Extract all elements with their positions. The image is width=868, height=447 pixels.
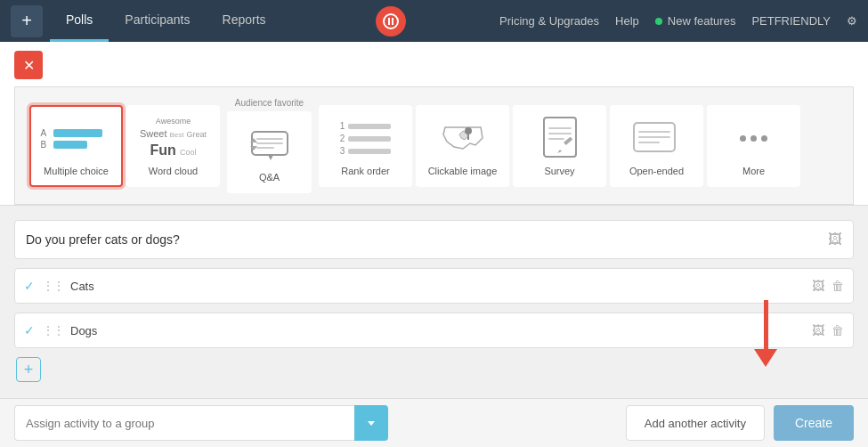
activity-type-rank-order[interactable]: 1 2 3 Rank order xyxy=(319,105,412,187)
rank-order-icon: 1 2 3 xyxy=(328,116,403,162)
question-image-icon[interactable]: 🖼 xyxy=(828,232,842,248)
activity-type-open-ended[interactable]: Open-ended xyxy=(610,105,703,187)
activity-type-clickable-image[interactable]: Clickable image xyxy=(416,105,509,187)
multiple-choice-label: Multiple choice xyxy=(44,166,109,176)
svg-marker-16 xyxy=(557,150,562,153)
add-activity-button[interactable]: Add another activity xyxy=(626,405,765,441)
arrow-indicator xyxy=(754,300,777,367)
add-answer-button[interactable]: + xyxy=(16,357,41,382)
audience-favorite-label: Audience favorite xyxy=(235,98,304,108)
close-button[interactable]: ✕ xyxy=(14,51,43,79)
footer: Add another activity Create xyxy=(0,398,868,447)
svg-point-0 xyxy=(384,14,398,28)
svg-point-10 xyxy=(465,127,472,134)
assign-input[interactable] xyxy=(14,405,354,441)
arrow-shaft xyxy=(764,300,768,349)
activity-type-multiple-choice[interactable]: A B Multiple choice xyxy=(29,105,123,187)
survey-label: Survey xyxy=(544,166,574,176)
nav-tab-participants[interactable]: Participants xyxy=(109,0,206,42)
qa-label: Q&A xyxy=(259,172,280,183)
svg-rect-15 xyxy=(564,136,572,144)
answer-text-1: Cats xyxy=(70,280,805,293)
question-row: 🖼 xyxy=(14,220,854,259)
audience-favorite-group: Audience favorite xyxy=(227,98,312,193)
open-ended-label: Open-ended xyxy=(629,166,684,176)
nav-tab-reports[interactable]: Reports xyxy=(207,0,282,42)
activity-types-row: A B Multiple choice Awesome xyxy=(14,86,854,205)
answer-row-2: ✓ ⋮⋮ Dogs 🖼 🗑 xyxy=(14,313,854,348)
more-label: More xyxy=(742,166,765,176)
rank-order-label: Rank order xyxy=(341,166,389,176)
svg-rect-2 xyxy=(392,18,393,25)
arrow-head xyxy=(754,349,777,367)
svg-rect-1 xyxy=(388,18,390,25)
answer-2-delete-icon[interactable]: 🗑 xyxy=(831,323,844,337)
question-input[interactable] xyxy=(26,232,828,247)
multiple-choice-icon: A B xyxy=(38,116,114,162)
assign-group xyxy=(14,405,388,441)
activity-type-word-cloud[interactable]: Awesome Sweet Best Great Fun Cool Word c… xyxy=(126,105,220,187)
answer-text-2: Dogs xyxy=(70,324,805,337)
word-cloud-icon: Awesome Sweet Best Great Fun Cool xyxy=(135,116,211,162)
answer-row-1: ✓ ⋮⋮ Cats 🖼 🗑 xyxy=(14,268,854,304)
help-link[interactable]: Help xyxy=(615,14,639,28)
clickable-image-label: Clickable image xyxy=(428,166,498,176)
toolbar-area: ✕ A B Multi xyxy=(0,42,868,206)
activity-type-survey[interactable]: Survey xyxy=(513,105,606,187)
answer-check-1: ✓ xyxy=(24,279,35,293)
answer-2-image-icon[interactable]: 🖼 xyxy=(812,323,824,337)
answer-1-delete-icon[interactable]: 🗑 xyxy=(831,279,844,293)
drag-handle-2[interactable]: ⋮⋮ xyxy=(42,323,63,337)
nav-right: Pricing & Upgrades Help New features PET… xyxy=(499,14,857,28)
assign-dropdown-button[interactable] xyxy=(354,405,388,441)
top-navigation: + Polls Participants Reports Pricing & U… xyxy=(0,0,868,42)
new-dot xyxy=(655,18,662,25)
settings-icon[interactable]: ⚙ xyxy=(847,14,857,28)
pricing-link[interactable]: Pricing & Upgrades xyxy=(499,14,599,28)
main-content: 🖼 ✓ ⋮⋮ Cats 🖼 🗑 ✓ ⋮⋮ Dogs 🖼 🗑 + xyxy=(0,206,868,396)
answer-check-2: ✓ xyxy=(24,323,35,337)
more-icon xyxy=(716,116,791,162)
footer-right: Add another activity Create xyxy=(626,405,854,441)
plus-button[interactable]: + xyxy=(11,5,43,37)
survey-icon xyxy=(522,116,597,162)
clickable-image-icon xyxy=(425,116,500,162)
qa-icon xyxy=(236,122,303,168)
new-features-link[interactable]: New features xyxy=(655,14,736,28)
svg-marker-7 xyxy=(268,155,273,160)
svg-marker-21 xyxy=(368,421,375,426)
answer-1-image-icon[interactable]: 🖼 xyxy=(812,279,824,293)
answer-1-actions: 🖼 🗑 xyxy=(812,279,844,293)
activity-type-qa[interactable]: Q&A xyxy=(227,111,312,193)
word-cloud-label: Word cloud xyxy=(149,166,198,176)
open-ended-icon xyxy=(619,116,694,162)
logo-icon xyxy=(376,6,406,37)
user-label[interactable]: PETFRIENDLY xyxy=(751,14,831,28)
create-button[interactable]: Create xyxy=(774,405,854,441)
nav-tab-polls[interactable]: Polls xyxy=(50,0,109,42)
app-logo xyxy=(282,6,500,37)
drag-handle-1[interactable]: ⋮⋮ xyxy=(42,279,63,293)
answer-2-actions: 🖼 🗑 xyxy=(812,323,844,337)
activity-type-more[interactable]: More xyxy=(707,105,800,187)
add-answer-row: + xyxy=(14,357,854,382)
